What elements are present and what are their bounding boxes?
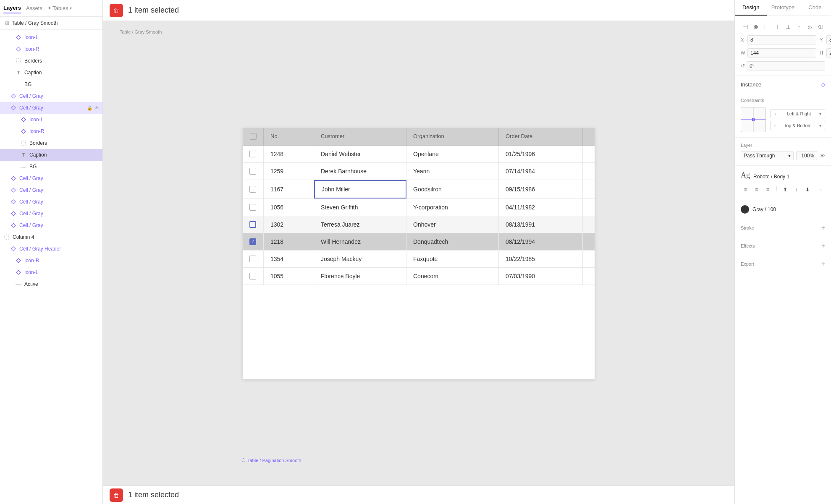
align-top-button[interactable]: ⊤ [773, 21, 782, 33]
row-checkbox[interactable] [249, 273, 256, 279]
align-center-h-button[interactable]: ⊜ [752, 21, 761, 33]
td-checkbox[interactable] [243, 268, 264, 285]
trash-icon: 🗑 [113, 7, 119, 14]
size-row: W H ⟳ [741, 47, 825, 59]
rotation-input[interactable] [747, 61, 825, 71]
vertical-constraint-select[interactable]: ↕ Top & Bottom ▾ [770, 121, 825, 130]
layer-borders-2[interactable]: Borders [0, 137, 102, 149]
layer-active[interactable]: — Active [0, 278, 102, 290]
layers-tab[interactable]: Layers [3, 3, 21, 13]
visibility-toggle-icon[interactable]: 👁 [820, 153, 825, 159]
layer-cell-gray-5[interactable]: Cell / Gray [0, 196, 102, 208]
td-checkbox[interactable] [243, 199, 264, 216]
layer-caption-1[interactable]: T Caption [0, 67, 102, 78]
effects-section: Effects + [735, 237, 831, 255]
tab-prototype[interactable]: Prototype [767, 0, 799, 16]
fill-remove-button[interactable]: — [819, 206, 825, 213]
row-checkbox[interactable]: ✓ [249, 238, 256, 245]
h-input-group: H [820, 47, 831, 59]
td-checkbox[interactable] [243, 163, 264, 180]
td-customer: Florence Boyle [314, 268, 406, 285]
td-checkbox[interactable] [243, 251, 264, 267]
delete-button[interactable]: 🗑 [110, 4, 123, 17]
layer-column-4[interactable]: Column 4 [0, 231, 102, 243]
add-effect-button[interactable]: + [821, 242, 825, 250]
layer-cell-gray-7[interactable]: Cell / Gray [0, 219, 102, 231]
tab-code[interactable]: Code [799, 0, 831, 16]
align-right-button[interactable]: ⊢ [762, 21, 771, 33]
row-checkbox[interactable] [249, 186, 256, 193]
diamond-icon [10, 175, 17, 182]
instance-reset-icon[interactable]: ◇ [821, 81, 825, 88]
align-text-top-button[interactable]: ⬆ [781, 185, 790, 195]
align-bottom-button[interactable]: ⊦ [794, 21, 804, 33]
align-text-bottom-button[interactable]: ⬇ [803, 185, 813, 195]
eye-icon[interactable]: 👁 [94, 105, 99, 111]
layer-caption-2[interactable]: T Caption [0, 149, 102, 161]
align-text-center-button[interactable]: ≡ [752, 185, 762, 195]
tab-design[interactable]: Design [735, 0, 767, 16]
td-order-date: 08/12/1994 [499, 233, 583, 250]
layer-bg-2[interactable]: — BG 👁 [0, 161, 102, 172]
diamond-icon [10, 198, 17, 205]
td-checkbox[interactable] [243, 146, 264, 162]
w-input[interactable] [747, 48, 816, 57]
assets-tab[interactable]: Assets [26, 3, 42, 13]
layer-cell-gray-4[interactable]: Cell / Gray [0, 184, 102, 196]
align-left-button[interactable]: ⊣ [741, 21, 750, 33]
svg-marker-1 [16, 47, 21, 51]
td-checkbox[interactable] [243, 180, 264, 198]
x-input[interactable] [747, 35, 816, 44]
row-checkbox[interactable] [249, 204, 256, 211]
layer-icon-r-1[interactable]: Icon-R 👁 [0, 43, 102, 55]
align-text-right-button[interactable]: ≡ [763, 185, 773, 195]
layer-cell-gray-6[interactable]: Cell / Gray [0, 208, 102, 219]
align-center-v-button[interactable]: ⊥ [784, 21, 793, 33]
distribute-v-button[interactable]: ⦷ [816, 21, 825, 33]
more-text-options-button[interactable]: ··· [815, 185, 825, 195]
layer-icon-r-3[interactable]: Icon-R 👁 [0, 255, 102, 266]
layer-cell-gray-3[interactable]: Cell / Gray [0, 172, 102, 184]
layer-cell-gray-1[interactable]: Cell / Gray [0, 90, 102, 102]
row-checkbox[interactable] [249, 256, 256, 262]
diamond-icon [20, 128, 27, 135]
h-input[interactable] [826, 48, 831, 57]
td-checkbox[interactable]: ✓ [243, 233, 264, 250]
row-checkbox[interactable] [249, 221, 256, 228]
layer-cell-gray-2[interactable]: Cell / Gray 🔒 👁 [0, 102, 102, 114]
svg-rect-7 [21, 141, 26, 145]
layer-bg-1[interactable]: — BG 👁 [0, 78, 102, 90]
tables-tab[interactable]: ✦ Tables ▾ [47, 5, 72, 11]
layer-icon-l-2[interactable]: Icon-L 👁 [0, 114, 102, 125]
export-title: Export [741, 261, 754, 266]
layer-blend-section: Layer Pass Through ▾ 👁 [735, 138, 831, 166]
td-customer-selected[interactable]: John Miller [314, 180, 406, 198]
constraints-title: Constraints [741, 98, 825, 103]
layer-cell-gray-header[interactable]: Cell / Gray Header [0, 243, 102, 255]
layer-icon-l-3[interactable]: Icon-L 👁 [0, 266, 102, 278]
layer-icon-l-1[interactable]: Icon-L 👁 [0, 31, 102, 43]
opacity-input[interactable] [796, 151, 817, 160]
dashed-rect-icon [20, 140, 27, 146]
layer-borders-1[interactable]: Borders [0, 55, 102, 67]
add-stroke-button[interactable]: + [821, 224, 825, 232]
main-content: 🗑 1 item selected Table / Gray Smooth No… [103, 0, 734, 504]
header-checkbox[interactable] [250, 133, 257, 140]
td-order-date: 07/14/1984 [499, 163, 583, 180]
horizontal-constraint-select[interactable]: ↔ Left & Right ▾ [770, 109, 825, 118]
minus-icon: — [20, 163, 27, 170]
align-text-middle-button[interactable]: ↕ [792, 185, 801, 195]
y-input[interactable] [826, 35, 831, 44]
row-checkbox[interactable] [249, 168, 256, 175]
svg-marker-11 [11, 212, 16, 216]
fill-color-swatch[interactable] [741, 205, 749, 214]
delete-button-bottom[interactable]: 🗑 [110, 488, 123, 502]
td-customer: Daniel Webster [314, 146, 406, 162]
align-text-left-button[interactable]: ≡ [741, 185, 750, 195]
row-checkbox[interactable] [249, 151, 256, 157]
layer-icon-r-2[interactable]: Icon-R 👁 [0, 125, 102, 137]
add-export-button[interactable]: + [821, 260, 825, 268]
distribute-h-button[interactable]: ⦶ [805, 21, 815, 33]
blend-mode-select[interactable]: Pass Through ▾ [741, 151, 794, 160]
td-checkbox[interactable] [243, 216, 264, 233]
